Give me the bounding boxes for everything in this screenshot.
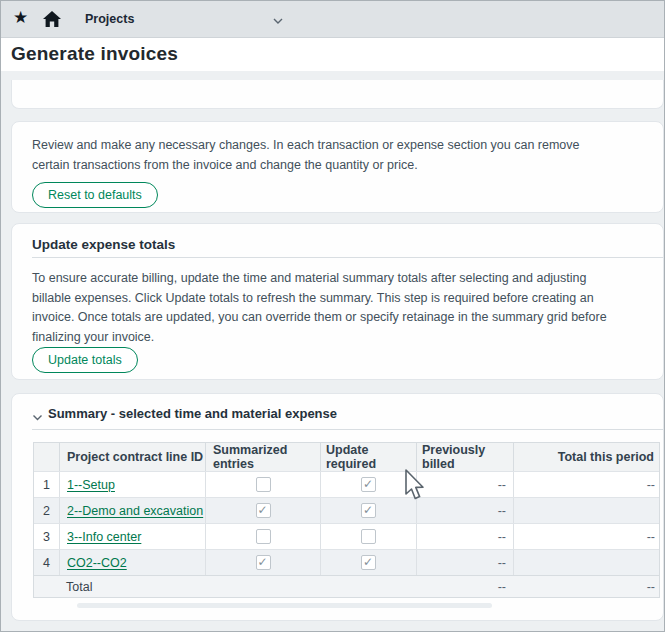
- column-header-total-this-period[interactable]: Total this period: [513, 443, 661, 471]
- scrolled-card-partial: [11, 80, 664, 109]
- summarized-entries-checkbox[interactable]: [256, 555, 271, 570]
- total-this-period-value: --: [513, 524, 661, 549]
- summary-card: Summary - selected time and material exp…: [11, 393, 664, 621]
- review-changes-card: Review and make any necessary changes. I…: [11, 121, 664, 213]
- section-divider: [32, 257, 663, 258]
- summary-table: Project contract line ID Summarized entr…: [33, 442, 660, 598]
- row-number: 2: [34, 498, 59, 523]
- update-required-checkbox[interactable]: [361, 555, 376, 570]
- table-row: 2 2--Demo and excavation --: [34, 497, 659, 523]
- column-header-update-required[interactable]: Update required: [320, 443, 416, 471]
- contract-line-link[interactable]: 1--Setup: [67, 478, 115, 492]
- contract-line-link[interactable]: 3--Info center: [67, 530, 141, 544]
- previously-billed-value: --: [416, 524, 513, 549]
- update-totals-instructions-text: To ensure accurate billing, update the t…: [32, 269, 624, 347]
- table-row: 1 1--Setup -- --: [34, 471, 659, 497]
- table-total-row: Total -- --: [34, 575, 659, 598]
- table-header-row: Project contract line ID Summarized entr…: [34, 443, 659, 471]
- home-icon[interactable]: [42, 9, 62, 29]
- section-title-summary[interactable]: Summary - selected time and material exp…: [48, 406, 337, 421]
- star-icon[interactable]: ★: [13, 8, 28, 28]
- summarized-entries-checkbox[interactable]: [256, 477, 271, 492]
- summarized-entries-checkbox[interactable]: [256, 529, 271, 544]
- chevron-down-icon[interactable]: [32, 409, 43, 420]
- total-this-period-value: --: [513, 472, 661, 497]
- section-title-update-expense-totals: Update expense totals: [32, 237, 175, 252]
- total-this-period-value: [513, 498, 661, 523]
- update-totals-button[interactable]: Update totals: [32, 347, 138, 373]
- app-window: ★ Projects Generate invoices Review and …: [0, 0, 665, 632]
- update-required-checkbox[interactable]: [361, 529, 376, 544]
- previously-billed-value: --: [416, 550, 513, 575]
- total-previously-billed: --: [416, 576, 513, 597]
- horizontal-scrollbar[interactable]: [77, 603, 492, 608]
- row-number: 4: [34, 550, 59, 575]
- table-row: 3 3--Info center -- --: [34, 523, 659, 549]
- column-header-summarized[interactable]: Summarized entries: [205, 443, 320, 471]
- chevron-down-icon[interactable]: [272, 13, 284, 25]
- total-this-period-value: [513, 550, 661, 575]
- review-instructions-text: Review and make any necessary changes. I…: [32, 136, 612, 175]
- table-row: 4 CO2--CO2 --: [34, 549, 659, 575]
- nav-module-selector[interactable]: Projects: [85, 12, 134, 26]
- column-header-previously-billed[interactable]: Previously billed: [416, 443, 513, 471]
- update-required-checkbox[interactable]: [361, 477, 376, 492]
- previously-billed-value: --: [416, 498, 513, 523]
- page-title: Generate invoices: [11, 43, 178, 65]
- row-number: 3: [34, 524, 59, 549]
- update-required-checkbox[interactable]: [361, 503, 376, 518]
- reset-to-defaults-button[interactable]: Reset to defaults: [32, 182, 158, 208]
- column-header-rownum: [34, 443, 59, 471]
- total-this-period: --: [513, 576, 661, 597]
- contract-line-link[interactable]: CO2--CO2: [67, 556, 127, 570]
- top-nav-bar: ★ Projects: [1, 1, 664, 38]
- total-label: Total: [59, 576, 205, 597]
- previously-billed-value: --: [416, 472, 513, 497]
- contract-line-link[interactable]: 2--Demo and excavation: [67, 504, 203, 518]
- section-divider: [32, 429, 663, 430]
- summarized-entries-checkbox[interactable]: [256, 503, 271, 518]
- page-header: Generate invoices: [1, 38, 664, 71]
- update-expense-totals-card: Update expense totals To ensure accurate…: [11, 223, 664, 380]
- column-header-line-id[interactable]: Project contract line ID: [59, 443, 205, 471]
- row-number: 1: [34, 472, 59, 497]
